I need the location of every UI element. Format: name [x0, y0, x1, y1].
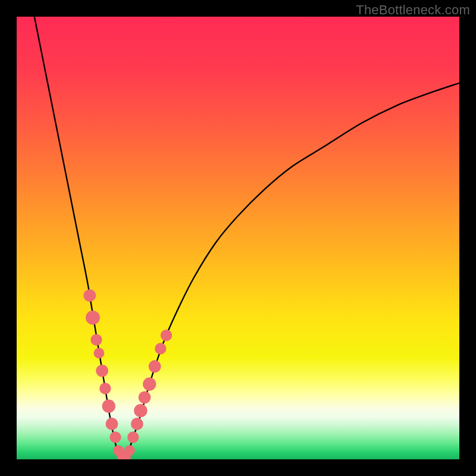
marker-dot — [124, 445, 135, 456]
plot-area — [17, 17, 459, 459]
marker-dot — [139, 391, 151, 403]
watermark-text: TheBottleneck.com — [356, 2, 470, 18]
marker-dot — [155, 343, 166, 354]
marker-dot — [93, 348, 104, 359]
marker-dot — [149, 360, 161, 372]
highlighted-points — [83, 289, 172, 459]
bottleneck-curve — [35, 17, 459, 458]
marker-dot — [83, 289, 96, 302]
marker-dot — [86, 311, 100, 325]
curve-layer — [17, 17, 459, 459]
marker-dot — [131, 418, 143, 430]
marker-dot — [102, 400, 115, 413]
marker-dot — [109, 431, 121, 443]
marker-dot — [106, 418, 118, 430]
marker-dot — [143, 377, 156, 390]
marker-dot — [161, 330, 172, 341]
marker-dot — [99, 383, 111, 394]
marker-dot — [96, 365, 108, 377]
marker-dot — [90, 334, 102, 345]
marker-dot — [134, 404, 147, 417]
chart-frame: TheBottleneck.com — [0, 0, 476, 476]
marker-dot — [127, 431, 139, 443]
